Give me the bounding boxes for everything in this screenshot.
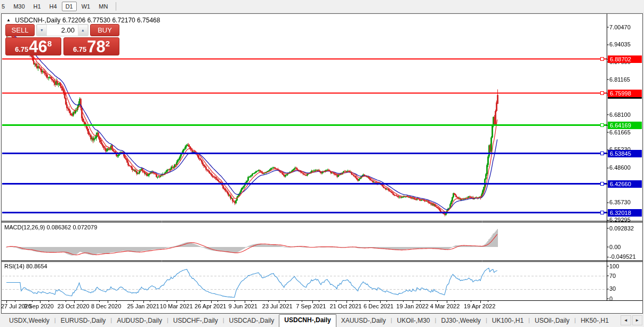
x-axis-label: 4 Mar 2022 — [430, 303, 460, 309]
y-axis-label: 6.35730 — [609, 200, 631, 205]
collapse-arrow-icon[interactable]: ▲ — [6, 18, 11, 22]
chart-tab-usdcnh[interactable]: USDCNH-,Daily — [279, 314, 336, 327]
x-axis-label: 25 Jan 2021 — [127, 303, 159, 309]
chart-tab-eurusd[interactable]: EURUSD-,Daily — [56, 315, 111, 327]
resistance-1-badge: 6.88702 — [608, 55, 642, 63]
resistance-2-badge: 6.75998 — [608, 90, 642, 97]
x-axis-label: 21 Oct 2021 — [330, 303, 362, 309]
timeframe-buttons: 5M30H1H4D1W1MN — [0, 2, 112, 11]
chart-tab-audusd[interactable]: AUDUSD-,Daily — [112, 315, 167, 327]
tab-scroll-left-button[interactable]: ◄ — [621, 315, 631, 325]
y-axis-label: 6.29295 — [609, 217, 631, 223]
timeframe-button-d1[interactable]: D1 — [62, 2, 77, 11]
x-axis-label: 26 Apr 2021 — [195, 303, 226, 309]
macd-axis-label: 0.00 — [609, 244, 621, 250]
macd-axis-label: 0.092832 — [609, 226, 634, 232]
rsi-label: RSI(14) 80.8654 — [4, 263, 47, 269]
volume-decrease-button[interactable]: ▼ — [37, 25, 47, 36]
chart-tab-xauusd[interactable]: XAUUSD-,Daily — [336, 315, 391, 327]
timeframe-toolbar: 5M30H1H4D1W1MN — [0, 0, 644, 13]
y-axis-label: 6.81165 — [609, 77, 630, 83]
chart-title: ▲ USDCNH-,Daily 6.72206 6.77530 6.72170 … — [6, 17, 160, 24]
sell-button[interactable]: SELL — [5, 24, 35, 36]
volume-spinner: ▼ ▲ — [36, 24, 88, 36]
sell-price-prefix: 6.75 — [15, 44, 28, 55]
support-blue-1-badge: 6.53845 — [608, 150, 642, 157]
chart-tab-dj30[interactable]: DJ30-,Weekly — [436, 315, 485, 327]
support-blue-3-badge: 6.32018 — [608, 209, 642, 217]
tab-scroll-right-button[interactable]: ► — [632, 315, 643, 325]
y-axis-label: 7.00470 — [609, 25, 631, 30]
x-axis-label: 10 Mar 2021 — [160, 303, 193, 309]
x-axis-label: 9 Sep 2020 — [23, 303, 53, 309]
y-axis-label: 6.61665 — [609, 130, 631, 135]
chart-tab-usdx[interactable]: USDX,Weekly — [4, 315, 54, 327]
timeframe-button-5[interactable]: 5 — [0, 2, 9, 11]
x-axis-label: 8 Dec 2020 — [91, 303, 121, 309]
y-axis-label: 6.94035 — [609, 42, 631, 47]
rsi-axis-label: 0 — [609, 296, 613, 302]
timeframe-button-w1[interactable]: W1 — [78, 2, 94, 11]
support-green-badge: 6.64169 — [608, 122, 642, 129]
chart-tab-uk100[interactable]: UK100-,H1 — [487, 315, 528, 327]
rsi-axis-label: 30 — [609, 286, 616, 292]
support-blue-2-badge: 6.42660 — [608, 180, 642, 188]
volume-increase-button[interactable]: ▲ — [78, 25, 88, 36]
chart-tab-hk50[interactable]: HK50-,H1 — [576, 315, 614, 327]
sell-price-big: 46 — [29, 39, 47, 54]
chart-tab-ukoil[interactable]: UKOil-,M30 — [392, 315, 435, 327]
tab-scroll-arrows: ◄ ► — [619, 314, 644, 327]
chart-tab-usoil[interactable]: USOil-,Daily — [530, 315, 574, 327]
rsi-axis-label: 100 — [609, 264, 619, 269]
symbol-tab-bar: USDX,Weekly|EURUSD-,Daily|AUDUSD-,Daily|… — [0, 314, 644, 327]
one-click-trading-widget: SELL ▼ ▲ BUY 6.75 46 8 6.75 78 2 — [5, 24, 119, 55]
sell-price-sup: 8 — [47, 39, 52, 48]
rsi-axis-label: 70 — [609, 273, 616, 279]
buy-price-big: 78 — [87, 39, 105, 54]
chart-tab-usdcad[interactable]: USDCAD-,Daily — [224, 315, 279, 327]
macd-axis-label: -0.049521 — [609, 254, 636, 260]
timeframe-button-h1[interactable]: H1 — [30, 2, 45, 11]
ohlc-values: 6.72206 6.77530 6.72170 6.75468 — [62, 17, 160, 24]
x-axis-label: 9 Jun 2021 — [228, 303, 257, 309]
y-axis-label: 6.68100 — [609, 112, 631, 118]
x-axis-label: 23 Oct 2020 — [58, 303, 90, 309]
buy-price-prefix: 6.75 — [73, 44, 86, 55]
symbol-period-label: USDCNH-,Daily — [15, 17, 60, 24]
toolbar-divider — [116, 2, 116, 11]
y-axis-label: 6.48600 — [609, 165, 631, 171]
volume-input[interactable] — [47, 25, 78, 36]
buy-price[interactable]: 6.75 78 2 — [63, 37, 119, 55]
x-axis-label: 6 Dec 2021 — [364, 303, 393, 309]
timeframe-button-mn[interactable]: MN — [95, 2, 111, 11]
x-axis-label: 19 Apr 2022 — [464, 303, 495, 309]
x-axis-label: 23 Jul 2021 — [262, 303, 293, 309]
timeframe-button-m30[interactable]: M30 — [10, 2, 28, 11]
chart-tab-usdchf[interactable]: USDCHF-,Daily — [168, 315, 223, 327]
sell-price[interactable]: 6.75 46 8 — [5, 37, 61, 55]
x-axis-label: 19 Jan 2022 — [396, 303, 429, 309]
macd-label: MACD(12,26,9) 0.086362 0.072079 — [4, 224, 97, 230]
buy-button[interactable]: BUY — [90, 24, 119, 36]
x-axis-label: 7 Sep 2021 — [296, 303, 326, 309]
buy-price-sup: 2 — [106, 39, 110, 48]
timeframe-button-h4[interactable]: H4 — [46, 2, 61, 11]
